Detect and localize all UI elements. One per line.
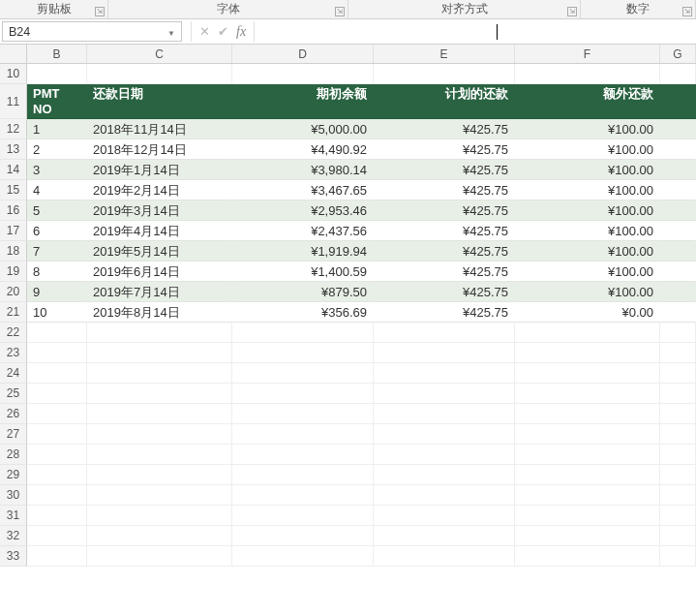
table-cell[interactable]: ¥425.75	[374, 221, 515, 241]
table-cell[interactable]: ¥879.50	[232, 282, 374, 302]
empty-cell[interactable]	[87, 404, 232, 424]
table-cell[interactable]: ¥2,953.46	[232, 200, 374, 221]
table-cell[interactable]: 1	[27, 119, 87, 139]
empty-cell[interactable]	[27, 445, 87, 465]
table-cell[interactable]: 2019年6月14日	[87, 262, 232, 282]
row-header[interactable]: 23	[0, 343, 27, 363]
row-header[interactable]: 30	[0, 485, 27, 506]
empty-cell[interactable]	[232, 546, 374, 567]
empty-cell[interactable]	[515, 506, 660, 526]
empty-cell[interactable]	[374, 343, 515, 363]
table-cell[interactable]: 2019年5月14日	[87, 241, 232, 262]
row-header[interactable]: 28	[0, 445, 27, 465]
empty-cell[interactable]	[660, 465, 696, 485]
table-cell[interactable]	[660, 282, 696, 302]
empty-cell[interactable]	[232, 506, 374, 526]
table-cell[interactable]: 6	[27, 221, 87, 241]
table-cell[interactable]	[660, 241, 696, 262]
empty-cell[interactable]	[515, 384, 660, 404]
empty-cell[interactable]	[87, 323, 232, 343]
empty-cell[interactable]	[374, 64, 515, 84]
empty-cell[interactable]	[232, 404, 374, 424]
empty-cell[interactable]	[27, 526, 87, 546]
empty-cell[interactable]	[232, 384, 374, 404]
empty-cell[interactable]	[374, 465, 515, 485]
empty-cell[interactable]	[515, 445, 660, 465]
row-header[interactable]: 14	[0, 160, 27, 180]
empty-cell[interactable]	[27, 363, 87, 384]
empty-cell[interactable]	[515, 343, 660, 363]
table-cell[interactable]: ¥100.00	[515, 139, 660, 160]
row-header[interactable]: 16	[0, 200, 27, 221]
empty-cell[interactable]	[374, 424, 515, 445]
table-cell[interactable]: 9	[27, 282, 87, 302]
row-header[interactable]: 21	[0, 302, 27, 323]
empty-cell[interactable]	[232, 485, 374, 506]
empty-cell[interactable]	[87, 546, 232, 567]
spreadsheet-grid[interactable]: BCDEFG 1011PMT NO还款日期期初余额计划的还款额外还款121201…	[0, 45, 696, 567]
empty-cell[interactable]	[660, 363, 696, 384]
table-cell[interactable]: 10	[27, 302, 87, 323]
empty-cell[interactable]	[660, 506, 696, 526]
empty-cell[interactable]	[232, 64, 374, 84]
empty-cell[interactable]	[87, 526, 232, 546]
table-cell[interactable]: 2018年11月14日	[87, 119, 232, 139]
table-cell[interactable]: 5	[27, 200, 87, 221]
empty-cell[interactable]	[515, 465, 660, 485]
table-cell[interactable]: ¥425.75	[374, 262, 515, 282]
table-cell[interactable]: ¥425.75	[374, 119, 515, 139]
dialog-launcher-icon[interactable]: ⇲	[95, 7, 105, 16]
empty-cell[interactable]	[27, 424, 87, 445]
empty-cell[interactable]	[27, 506, 87, 526]
empty-cell[interactable]	[374, 546, 515, 567]
table-header-cell[interactable]: 计划的还款	[374, 84, 515, 119]
table-cell[interactable]: 4	[27, 180, 87, 200]
table-cell[interactable]: ¥356.69	[232, 302, 374, 323]
row-header[interactable]: 33	[0, 546, 27, 567]
formula-input[interactable]	[254, 21, 694, 42]
empty-cell[interactable]	[87, 485, 232, 506]
empty-cell[interactable]	[374, 526, 515, 546]
empty-cell[interactable]	[87, 445, 232, 465]
table-cell[interactable]	[660, 139, 696, 160]
table-cell[interactable]: ¥425.75	[374, 241, 515, 262]
row-header[interactable]: 12	[0, 119, 27, 139]
empty-cell[interactable]	[374, 445, 515, 465]
table-cell[interactable]: ¥100.00	[515, 200, 660, 221]
empty-cell[interactable]	[374, 485, 515, 506]
row-header[interactable]: 24	[0, 363, 27, 384]
table-cell[interactable]: ¥2,437.56	[232, 221, 374, 241]
empty-cell[interactable]	[27, 546, 87, 567]
empty-cell[interactable]	[660, 343, 696, 363]
empty-cell[interactable]	[87, 343, 232, 363]
empty-cell[interactable]	[232, 526, 374, 546]
empty-cell[interactable]	[515, 546, 660, 567]
table-cell[interactable]: ¥425.75	[374, 160, 515, 180]
empty-cell[interactable]	[232, 424, 374, 445]
row-header[interactable]: 11	[0, 84, 27, 119]
row-header[interactable]: 10	[0, 64, 27, 84]
empty-cell[interactable]	[660, 546, 696, 567]
empty-cell[interactable]	[87, 384, 232, 404]
table-cell[interactable]	[660, 200, 696, 221]
select-all-corner[interactable]	[0, 45, 27, 63]
table-cell[interactable]: ¥100.00	[515, 160, 660, 180]
confirm-icon[interactable]: ✔	[218, 24, 228, 39]
empty-cell[interactable]	[374, 363, 515, 384]
row-header[interactable]: 18	[0, 241, 27, 262]
table-cell[interactable]: 2019年7月14日	[87, 282, 232, 302]
empty-cell[interactable]	[27, 384, 87, 404]
empty-cell[interactable]	[660, 485, 696, 506]
empty-cell[interactable]	[232, 323, 374, 343]
table-cell[interactable]	[660, 119, 696, 139]
row-header[interactable]: 26	[0, 404, 27, 424]
table-cell[interactable]: 2018年12月14日	[87, 139, 232, 160]
empty-cell[interactable]	[27, 64, 87, 84]
empty-cell[interactable]	[660, 526, 696, 546]
row-header[interactable]: 13	[0, 139, 27, 160]
table-cell[interactable]: 2	[27, 139, 87, 160]
table-cell[interactable]: 2019年1月14日	[87, 160, 232, 180]
cancel-icon[interactable]: ✕	[199, 24, 210, 39]
table-cell[interactable]: ¥100.00	[515, 282, 660, 302]
empty-cell[interactable]	[515, 404, 660, 424]
